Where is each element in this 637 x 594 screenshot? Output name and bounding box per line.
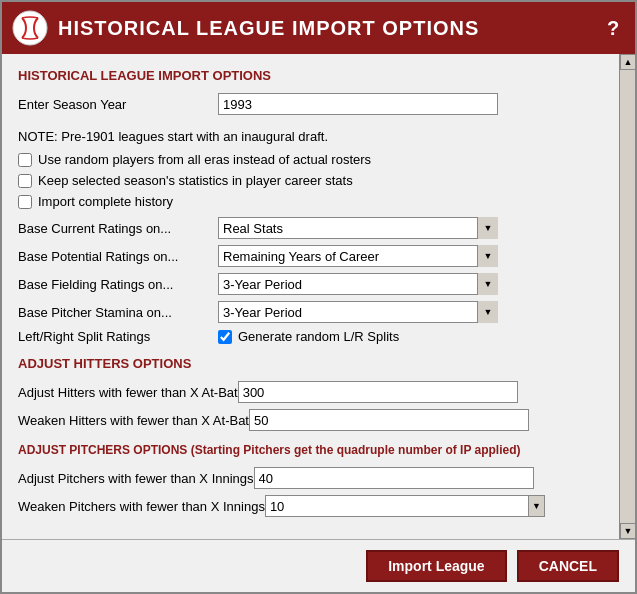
- season-year-input[interactable]: [218, 93, 498, 115]
- baseball-icon: [12, 10, 48, 46]
- weaken-pitchers-scroll[interactable]: ▼: [529, 495, 545, 517]
- main-content: HISTORICAL LEAGUE IMPORT OPTIONS Enter S…: [2, 54, 619, 539]
- scrollbar[interactable]: ▲ ▼: [619, 54, 635, 539]
- scroll-track: [620, 70, 635, 523]
- pitcher-section: ADJUST PITCHERS OPTIONS (Starting Pitche…: [18, 443, 603, 517]
- import-league-button[interactable]: Import League: [366, 550, 506, 582]
- base-current-row: Base Current Ratings on... Real Stats 3-…: [18, 217, 603, 239]
- adjust-pitchers-input[interactable]: [254, 467, 534, 489]
- pitcher-section-title: ADJUST PITCHERS OPTIONS (Starting Pitche…: [18, 443, 603, 457]
- checkbox-row-3: Import complete history: [18, 194, 603, 209]
- weaken-pitchers-input[interactable]: [265, 495, 529, 517]
- base-stamina-select-wrapper: Real Stats 3-Year Period Remaining Years…: [218, 301, 498, 323]
- adjust-hitters-input[interactable]: [238, 381, 518, 403]
- split-ratings-row: Left/Right Split Ratings Generate random…: [18, 329, 603, 344]
- base-stamina-label: Base Pitcher Stamina on...: [18, 305, 218, 320]
- random-players-checkbox[interactable]: [18, 153, 32, 167]
- keep-stats-label: Keep selected season's statistics in pla…: [38, 173, 353, 188]
- base-current-label: Base Current Ratings on...: [18, 221, 218, 236]
- hitter-section-title: ADJUST HITTERS OPTIONS: [18, 356, 603, 371]
- base-potential-select-wrapper: Real Stats 3-Year Period Remaining Years…: [218, 245, 498, 267]
- section-title: HISTORICAL LEAGUE IMPORT OPTIONS: [18, 68, 603, 83]
- base-potential-row: Base Potential Ratings on... Real Stats …: [18, 245, 603, 267]
- weaken-hitters-label: Weaken Hitters with fewer than X At-Bat: [18, 413, 249, 428]
- title-bar: HISTORICAL LEAGUE IMPORT OPTIONS ?: [2, 2, 635, 54]
- note-text: NOTE: Pre-1901 leagues start with an ina…: [18, 129, 603, 144]
- base-current-select-wrapper: Real Stats 3-Year Period Remaining Years…: [218, 217, 498, 239]
- import-history-checkbox[interactable]: [18, 195, 32, 209]
- checkbox-row-1: Use random players from all eras instead…: [18, 152, 603, 167]
- scroll-down-button[interactable]: ▼: [620, 523, 635, 539]
- checkbox-row-2: Keep selected season's statistics in pla…: [18, 173, 603, 188]
- content-area: HISTORICAL LEAGUE IMPORT OPTIONS Enter S…: [2, 54, 635, 539]
- random-players-label: Use random players from all eras instead…: [38, 152, 371, 167]
- help-button[interactable]: ?: [601, 17, 625, 40]
- import-history-label: Import complete history: [38, 194, 173, 209]
- keep-stats-checkbox[interactable]: [18, 174, 32, 188]
- base-stamina-row: Base Pitcher Stamina on... Real Stats 3-…: [18, 301, 603, 323]
- season-year-row: Enter Season Year: [18, 93, 603, 115]
- weaken-pitchers-label: Weaken Pitchers with fewer than X Inning…: [18, 499, 265, 514]
- split-ratings-label: Left/Right Split Ratings: [18, 329, 218, 344]
- base-fielding-select-wrapper: Real Stats 3-Year Period Remaining Years…: [218, 273, 498, 295]
- dialog: HISTORICAL LEAGUE IMPORT OPTIONS ? HISTO…: [0, 0, 637, 594]
- split-ratings-checkbox[interactable]: [218, 330, 232, 344]
- weaken-hitters-row: Weaken Hitters with fewer than X At-Bat: [18, 409, 603, 431]
- base-stamina-select[interactable]: Real Stats 3-Year Period Remaining Years…: [218, 301, 498, 323]
- split-ratings-check-label: Generate random L/R Splits: [238, 329, 399, 344]
- scroll-up-button[interactable]: ▲: [620, 54, 635, 70]
- svg-point-0: [13, 11, 47, 45]
- adjust-hitters-label: Adjust Hitters with fewer than X At-Bat: [18, 385, 238, 400]
- base-fielding-label: Base Fielding Ratings on...: [18, 277, 218, 292]
- season-year-label: Enter Season Year: [18, 97, 218, 112]
- adjust-pitchers-row: Adjust Pitchers with fewer than X Inning…: [18, 467, 603, 489]
- base-potential-select[interactable]: Real Stats 3-Year Period Remaining Years…: [218, 245, 498, 267]
- base-current-select[interactable]: Real Stats 3-Year Period Remaining Years…: [218, 217, 498, 239]
- cancel-button[interactable]: CANCEL: [517, 550, 619, 582]
- adjust-pitchers-label: Adjust Pitchers with fewer than X Inning…: [18, 471, 254, 486]
- base-potential-label: Base Potential Ratings on...: [18, 249, 218, 264]
- title-bar-text: HISTORICAL LEAGUE IMPORT OPTIONS: [58, 17, 591, 40]
- split-check-area: Generate random L/R Splits: [218, 329, 399, 344]
- weaken-pitchers-row: Weaken Pitchers with fewer than X Inning…: [18, 495, 603, 517]
- hitter-section: ADJUST HITTERS OPTIONS Adjust Hitters wi…: [18, 356, 603, 431]
- adjust-hitters-row: Adjust Hitters with fewer than X At-Bat: [18, 381, 603, 403]
- base-fielding-select[interactable]: Real Stats 3-Year Period Remaining Years…: [218, 273, 498, 295]
- footer: Import League CANCEL: [2, 539, 635, 592]
- weaken-hitters-input[interactable]: [249, 409, 529, 431]
- base-fielding-row: Base Fielding Ratings on... Real Stats 3…: [18, 273, 603, 295]
